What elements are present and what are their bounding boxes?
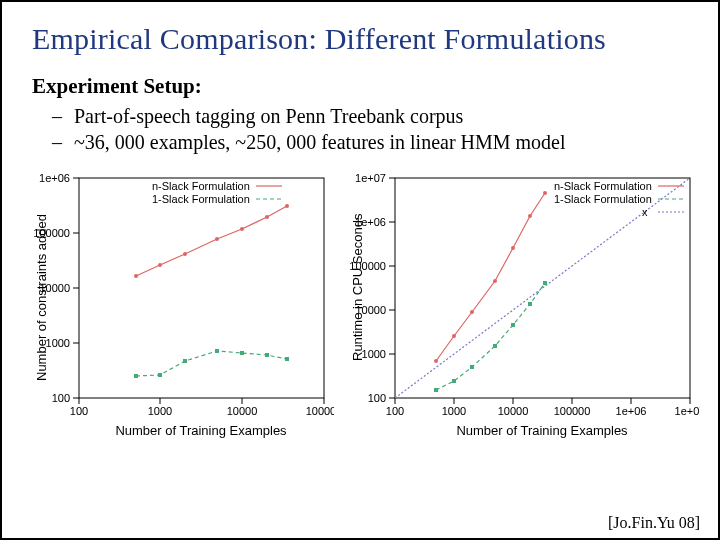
svg-text:1e+06: 1e+06 (39, 172, 70, 184)
svg-point-18 (134, 274, 138, 278)
chart2-legend-1slack: 1-Slack Formulation (554, 193, 652, 205)
svg-text:1000: 1000 (46, 337, 70, 349)
svg-text:1e+07: 1e+07 (355, 172, 386, 184)
svg-point-63 (528, 214, 532, 218)
svg-rect-31 (285, 357, 289, 361)
chart1-xticks: 100 1000 10000 100000 (70, 398, 334, 417)
chart2-xticks: 100 1000 10000 100000 1e+06 1e+07 (386, 398, 700, 417)
svg-point-19 (158, 263, 162, 267)
svg-text:100000: 100000 (554, 405, 591, 417)
chart2-xlabel: Number of Training Examples (456, 423, 628, 438)
svg-text:10000: 10000 (227, 405, 258, 417)
chart2-legend: n-Slack Formulation 1-Slack Formulation … (554, 180, 684, 218)
svg-text:1e+06: 1e+06 (616, 405, 647, 417)
svg-rect-28 (215, 349, 219, 353)
setup-item: Part-of-speech tagging on Penn Treebank … (52, 103, 696, 129)
svg-rect-70 (528, 302, 532, 306)
svg-text:1000: 1000 (148, 405, 172, 417)
svg-point-20 (183, 252, 187, 256)
svg-rect-27 (183, 359, 187, 363)
svg-rect-66 (452, 379, 456, 383)
svg-text:100: 100 (70, 405, 88, 417)
chart1-points-1slack (134, 349, 289, 378)
charts-row: Number of constraints added 100 1000 100… (24, 163, 696, 443)
svg-rect-69 (511, 323, 515, 327)
svg-point-58 (434, 359, 438, 363)
svg-point-21 (215, 237, 219, 241)
chart2-legend-x: x (642, 206, 648, 218)
svg-point-59 (452, 334, 456, 338)
svg-text:1000: 1000 (442, 405, 466, 417)
slide: Empirical Comparison: Different Formulat… (0, 0, 720, 540)
chart2-ylabel: Runtime in CPU Seconds (350, 214, 365, 361)
svg-rect-25 (134, 374, 138, 378)
svg-rect-30 (265, 353, 269, 357)
setup-heading: Experiment Setup: (32, 74, 696, 99)
svg-rect-67 (470, 365, 474, 369)
svg-text:100000: 100000 (306, 405, 334, 417)
chart1-frame (79, 178, 324, 398)
chart1-series-1slack (136, 351, 287, 376)
svg-text:10000: 10000 (498, 405, 529, 417)
svg-point-64 (543, 191, 547, 195)
svg-point-60 (470, 310, 474, 314)
svg-rect-65 (434, 388, 438, 392)
chart2-legend-nslack: n-Slack Formulation (554, 180, 652, 192)
svg-rect-68 (493, 344, 497, 348)
chart1-svg: 100 1000 10000 100000 100 1000 10000 100… (24, 163, 334, 443)
svg-point-23 (265, 215, 269, 219)
chart-runtime: Runtime in CPU Seconds 100 1000 10000 10… (340, 163, 700, 443)
svg-text:1e+07: 1e+07 (675, 405, 700, 417)
citation: [Jo.Fin.Yu 08] (608, 514, 700, 532)
chart1-legend-nslack: n-Slack Formulation (152, 180, 250, 192)
svg-text:100: 100 (52, 392, 70, 404)
setup-list: Part-of-speech tagging on Penn Treebank … (52, 103, 696, 155)
svg-point-24 (285, 204, 289, 208)
setup-item: ~36, 000 examples, ~250, 000 features in… (52, 129, 696, 155)
chart2-svg: 100 1000 10000 100000 1e+06 1e+07 100 (340, 163, 700, 443)
svg-point-61 (493, 279, 497, 283)
svg-rect-71 (543, 281, 547, 285)
svg-text:100: 100 (368, 392, 386, 404)
slide-title: Empirical Comparison: Different Formulat… (32, 22, 696, 56)
svg-point-62 (511, 246, 515, 250)
svg-rect-26 (158, 373, 162, 377)
svg-text:100: 100 (386, 405, 404, 417)
chart1-xlabel: Number of Training Examples (115, 423, 287, 438)
chart1-ylabel: Number of constraints added (34, 214, 49, 381)
chart1-legend-1slack: 1-Slack Formulation (152, 193, 250, 205)
chart1-legend: n-Slack Formulation 1-Slack Formulation (152, 180, 282, 205)
svg-rect-29 (240, 351, 244, 355)
chart-constraints: Number of constraints added 100 1000 100… (24, 163, 334, 443)
svg-text:1000: 1000 (362, 348, 386, 360)
chart2-points-nslack (434, 191, 547, 363)
svg-point-22 (240, 227, 244, 231)
